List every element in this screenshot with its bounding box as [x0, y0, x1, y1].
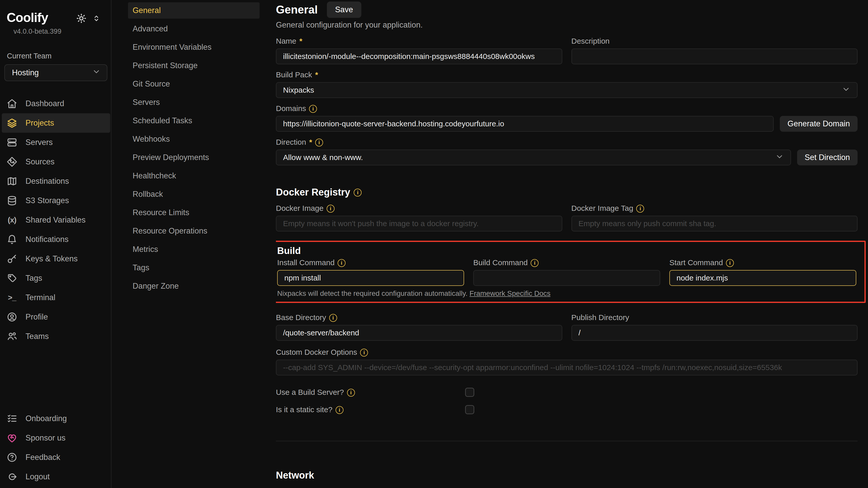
info-icon[interactable]: i	[309, 105, 317, 113]
set-direction-button[interactable]: Set Direction	[797, 149, 858, 165]
settings-tab-resource-operations[interactable]: Resource Operations	[128, 223, 259, 239]
sidebar-item-terminal[interactable]: >_ Terminal	[2, 288, 110, 307]
publish-directory-input[interactable]	[571, 325, 858, 341]
sidebar-item-feedback[interactable]: Feedback	[2, 448, 110, 467]
sidebar-item-label: Logout	[26, 472, 50, 481]
sidebar-item-dashboard[interactable]: Dashboard	[2, 94, 110, 113]
sidebar-item-label: Feedback	[26, 453, 60, 462]
custom-docker-options-input[interactable]	[276, 360, 858, 375]
collapse-sidebar-icon[interactable]	[92, 14, 101, 24]
variable-icon: (x)	[7, 216, 17, 224]
info-icon[interactable]: i	[726, 259, 734, 267]
framework-docs-link[interactable]: Framework Specific Docs	[469, 289, 550, 297]
required-asterisk: *	[309, 138, 312, 146]
sidebar-item-label: Projects	[26, 118, 54, 127]
save-button[interactable]: Save	[327, 2, 361, 18]
current-team-label: Current Team	[7, 52, 111, 60]
base-directory-input[interactable]	[276, 325, 562, 341]
chevron-down-icon	[92, 67, 101, 78]
settings-tab-metrics[interactable]: Metrics	[128, 241, 259, 258]
settings-tab-scheduled-tasks[interactable]: Scheduled Tasks	[128, 113, 259, 129]
sidebar-item-keys-tokens[interactable]: Keys & Tokens	[2, 249, 110, 268]
sidebar-item-shared-variables[interactable]: (x) Shared Variables	[2, 210, 110, 230]
info-icon[interactable]: i	[360, 349, 368, 356]
sidebar-item-teams[interactable]: Teams	[2, 327, 110, 346]
build-server-label: Use a Build Server?	[276, 388, 344, 397]
settings-tab-tags[interactable]: Tags	[128, 260, 259, 276]
bell-icon	[7, 234, 17, 245]
settings-tab-servers[interactable]: Servers	[128, 94, 259, 111]
settings-tab-git-source[interactable]: Git Source	[128, 76, 259, 92]
settings-tab-danger-zone[interactable]: Danger Zone	[128, 278, 259, 294]
heart-icon	[7, 433, 17, 443]
start-command-label: Start Command	[669, 258, 723, 267]
sidebar-item-logout[interactable]: Logout	[2, 467, 110, 486]
info-icon[interactable]: i	[315, 139, 323, 146]
build-command-label: Build Command	[473, 258, 528, 267]
settings-tab-general[interactable]: General	[128, 2, 259, 19]
direction-label: Direction	[276, 138, 306, 146]
docker-image-input[interactable]	[276, 216, 562, 231]
info-icon[interactable]: i	[329, 314, 337, 322]
info-icon[interactable]: i	[327, 205, 335, 212]
domains-label: Domains	[276, 104, 306, 113]
install-command-input[interactable]	[277, 270, 464, 286]
layers-icon	[7, 118, 17, 128]
settings-tab-resource-limits[interactable]: Resource Limits	[128, 204, 259, 221]
docker-image-tag-label: Docker Image Tag	[571, 204, 633, 212]
tags-icon	[7, 273, 17, 284]
settings-tab-webhooks[interactable]: Webhooks	[128, 131, 259, 147]
build-command-input[interactable]	[473, 270, 660, 286]
database-icon	[7, 195, 17, 206]
server-icon	[7, 137, 17, 148]
install-command-label: Install Command	[277, 258, 335, 267]
start-command-input[interactable]	[669, 270, 856, 286]
sidebar-item-servers[interactable]: Servers	[2, 133, 110, 152]
build-server-checkbox[interactable]	[465, 388, 474, 397]
description-input[interactable]	[571, 49, 858, 64]
sidebar-item-label: Destinations	[26, 177, 69, 186]
sidebar-item-label: Sources	[26, 157, 55, 166]
required-asterisk: *	[315, 70, 318, 79]
terminal-icon: >_	[7, 293, 17, 302]
info-icon[interactable]: i	[338, 259, 345, 267]
direction-value: Allow www & non-www.	[283, 153, 363, 162]
direction-select[interactable]: Allow www & non-www.	[276, 149, 791, 165]
domains-input[interactable]	[276, 116, 774, 132]
name-input[interactable]	[276, 49, 562, 64]
sidebar-item-projects[interactable]: Projects	[2, 113, 110, 133]
settings-tab-persistent-storage[interactable]: Persistent Storage	[128, 57, 259, 74]
sidebar-item-destinations[interactable]: Destinations	[2, 172, 110, 191]
sidebar-item-onboarding[interactable]: Onboarding	[2, 409, 110, 428]
docker-image-tag-input[interactable]	[571, 216, 858, 231]
info-icon[interactable]: i	[531, 259, 538, 267]
build-pack-select[interactable]: Nixpacks	[276, 82, 858, 98]
settings-tab-healthcheck[interactable]: Healthcheck	[128, 168, 259, 184]
settings-tab-environment-variables[interactable]: Environment Variables	[128, 39, 259, 55]
map-icon	[7, 176, 17, 186]
generate-domain-button[interactable]: Generate Domain	[780, 116, 858, 132]
sidebar-item-sponsor-us[interactable]: Sponsor us	[2, 428, 110, 448]
sidebar-item-s3-storages[interactable]: S3 Storages	[2, 191, 110, 210]
static-site-checkbox[interactable]	[465, 405, 474, 414]
network-heading: Network	[276, 470, 314, 481]
sidebar-item-profile[interactable]: Profile	[2, 307, 110, 327]
settings-tab-rollback[interactable]: Rollback	[128, 186, 259, 202]
team-select[interactable]: Hosting	[4, 64, 107, 81]
theme-toggle-sun-icon[interactable]	[76, 13, 87, 25]
settings-nav: General Advanced Environment Variables P…	[112, 0, 276, 488]
sidebar-item-notifications[interactable]: Notifications	[2, 230, 110, 249]
users-icon	[7, 331, 17, 342]
info-icon[interactable]: i	[347, 389, 355, 397]
sidebar-item-tags[interactable]: Tags	[2, 268, 110, 288]
coolify-app: Coolify v4.0.0-beta.399 Current Team Hos…	[0, 0, 868, 488]
sidebar-item-sources[interactable]: Sources	[2, 152, 110, 172]
info-icon[interactable]: i	[336, 406, 343, 414]
sidebar-item-label: Profile	[26, 312, 48, 322]
info-icon[interactable]: i	[354, 189, 362, 197]
info-icon[interactable]: i	[636, 205, 644, 212]
sidebar-item-label: Terminal	[26, 293, 55, 302]
settings-tab-advanced[interactable]: Advanced	[128, 21, 259, 37]
settings-tab-preview-deployments[interactable]: Preview Deployments	[128, 149, 259, 166]
git-source-icon	[7, 156, 17, 167]
